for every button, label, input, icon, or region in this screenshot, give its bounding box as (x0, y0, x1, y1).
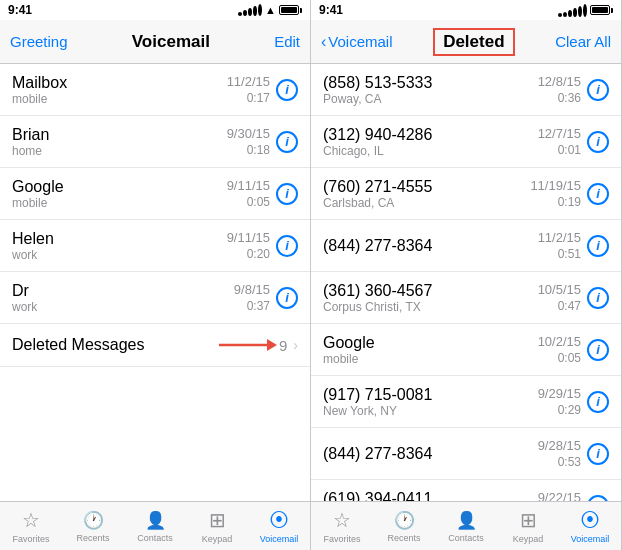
item-date-0: 11/2/15 (227, 74, 270, 89)
item-name-2: Google (12, 178, 227, 196)
deleted-dur-4: 0:47 (558, 299, 581, 313)
deleted-call-0[interactable]: (858) 513-5333 Poway, CA 12/8/15 0:36 i (311, 64, 621, 116)
deleted-date-5: 10/2/15 (538, 334, 581, 349)
left-battery-icon (279, 5, 302, 15)
deleted-location-1: Chicago, IL (323, 144, 538, 158)
deleted-number-8: (619) 394-0411 (323, 490, 538, 502)
edit-button[interactable]: Edit (274, 33, 300, 50)
left-tab-keypad-label: Keypad (202, 534, 233, 544)
deleted-info-icon-1[interactable]: i (587, 131, 609, 153)
info-icon-4[interactable]: i (276, 287, 298, 309)
right-signal-icon (558, 4, 587, 17)
right-nav-bar: ‹ Voicemail Deleted Clear All (311, 20, 621, 64)
deleted-dur-1: 0:01 (558, 143, 581, 157)
deleted-call-3[interactable]: (844) 277-8364 11/2/15 0:51 i (311, 220, 621, 272)
left-tab-keypad[interactable]: ⊞ Keypad (186, 508, 248, 544)
left-tab-voicemail[interactable]: ⦿ Voicemail (248, 509, 310, 544)
deleted-call-4[interactable]: (361) 360-4567 Corpus Christi, TX 10/5/1… (311, 272, 621, 324)
deleted-info-icon-7[interactable]: i (587, 443, 609, 465)
deleted-date-4: 10/5/15 (538, 282, 581, 297)
voicemail-item-3[interactable]: Helen work 9/11/15 0:20 i (0, 220, 310, 272)
info-icon-3[interactable]: i (276, 235, 298, 257)
favorites-icon: ☆ (22, 508, 40, 532)
voicemail-item-4[interactable]: Dr work 9/8/15 0:37 i (0, 272, 310, 324)
greeting-button[interactable]: Greeting (10, 33, 68, 50)
left-status-icons: ▲ (238, 4, 302, 16)
left-tab-contacts[interactable]: 👤 Contacts (124, 510, 186, 543)
deleted-location-0: Poway, CA (323, 92, 538, 106)
deleted-messages-label: Deleted Messages (12, 336, 217, 354)
deleted-call-5[interactable]: Google mobile 10/2/15 0:05 i (311, 324, 621, 376)
deleted-call-2[interactable]: (760) 271-4555 Carlsbad, CA 11/19/15 0:1… (311, 168, 621, 220)
deleted-location-4: Corpus Christi, TX (323, 300, 538, 314)
deleted-call-6[interactable]: (917) 715-0081 New York, NY 9/29/15 0:29… (311, 376, 621, 428)
chevron-right-icon: › (293, 337, 298, 353)
left-wifi-icon: ▲ (265, 4, 276, 16)
deleted-call-1[interactable]: (312) 940-4286 Chicago, IL 12/7/15 0:01 … (311, 116, 621, 168)
deleted-dur-2: 0:19 (558, 195, 581, 209)
right-tab-keypad[interactable]: ⊞ Keypad (497, 508, 559, 544)
item-name-1: Brian (12, 126, 227, 144)
right-contacts-icon: 👤 (456, 510, 477, 531)
deleted-number-5: Google (323, 334, 538, 352)
left-status-bar: 9:41 ▲ (0, 0, 310, 20)
left-panel: 9:41 ▲ Greeting Voicemail Edit Mailbox (0, 0, 311, 550)
info-icon-0[interactable]: i (276, 79, 298, 101)
right-tab-recents[interactable]: 🕐 Recents (373, 510, 435, 543)
deleted-date-2: 11/19/15 (530, 178, 581, 193)
deleted-info-icon-0[interactable]: i (587, 79, 609, 101)
deleted-info-icon-6[interactable]: i (587, 391, 609, 413)
left-tab-favorites[interactable]: ☆ Favorites (0, 508, 62, 544)
deleted-dur-0: 0:36 (558, 91, 581, 105)
deleted-calls-list: (858) 513-5333 Poway, CA 12/8/15 0:36 i … (311, 64, 621, 501)
deleted-info-icon-3[interactable]: i (587, 235, 609, 257)
right-tab-voicemail[interactable]: ⦿ Voicemail (559, 509, 621, 544)
left-tab-voicemail-label: Voicemail (260, 534, 299, 544)
info-icon-2[interactable]: i (276, 183, 298, 205)
right-tab-bar: ☆ Favorites 🕐 Recents 👤 Contacts ⊞ Keypa… (311, 501, 621, 550)
left-tab-favorites-label: Favorites (12, 534, 49, 544)
right-tab-favorites[interactable]: ☆ Favorites (311, 508, 373, 544)
deleted-number-2: (760) 271-4555 (323, 178, 530, 196)
red-arrow-icon (217, 336, 277, 354)
left-tab-contacts-label: Contacts (137, 533, 173, 543)
voicemail-item-1[interactable]: Brian home 9/30/15 0:18 i (0, 116, 310, 168)
item-name-3: Helen (12, 230, 227, 248)
keypad-icon: ⊞ (209, 508, 226, 532)
left-nav-bar: Greeting Voicemail Edit (0, 20, 310, 64)
right-tab-voicemail-label: Voicemail (571, 534, 610, 544)
deleted-number-1: (312) 940-4286 (323, 126, 538, 144)
left-tab-recents[interactable]: 🕐 Recents (62, 510, 124, 543)
deleted-number-6: (917) 715-0081 (323, 386, 538, 404)
contacts-icon: 👤 (145, 510, 166, 531)
item-dur-4: 0:37 (247, 299, 270, 313)
info-icon-1[interactable]: i (276, 131, 298, 153)
item-dur-0: 0:17 (247, 91, 270, 105)
right-nav-title: Deleted (433, 28, 514, 56)
voicemail-item-2[interactable]: Google mobile 9/11/15 0:05 i (0, 168, 310, 220)
left-tab-recents-label: Recents (76, 533, 109, 543)
voicemail-item-0[interactable]: Mailbox mobile 11/2/15 0:17 i (0, 64, 310, 116)
voicemail-back-button[interactable]: ‹ Voicemail (321, 33, 393, 51)
voicemail-tab-icon: ⦿ (269, 509, 289, 532)
deleted-info-icon-2[interactable]: i (587, 183, 609, 205)
deleted-messages-row[interactable]: Deleted Messages 9 › (0, 324, 310, 367)
deleted-call-8[interactable]: (619) 394-0411 San Diego:San Diego DA, C… (311, 480, 621, 501)
item-sub-1: home (12, 144, 227, 158)
right-tab-contacts[interactable]: 👤 Contacts (435, 510, 497, 543)
deleted-dur-5: 0:05 (558, 351, 581, 365)
deleted-info-icon-4[interactable]: i (587, 287, 609, 309)
deleted-number-0: (858) 513-5333 (323, 74, 538, 92)
clear-all-button[interactable]: Clear All (555, 33, 611, 50)
right-panel: 9:41 ‹ Voicemail Deleted Clear All (311, 0, 622, 550)
deleted-location-5: mobile (323, 352, 538, 366)
deleted-dur-7: 0:53 (558, 455, 581, 469)
voicemail-list: Mailbox mobile 11/2/15 0:17 i Brian home… (0, 64, 310, 501)
deleted-count: 9 (279, 337, 287, 354)
item-date-1: 9/30/15 (227, 126, 270, 141)
deleted-info-icon-5[interactable]: i (587, 339, 609, 361)
deleted-call-7[interactable]: (844) 277-8364 9/28/15 0:53 i (311, 428, 621, 480)
item-date-4: 9/8/15 (234, 282, 270, 297)
svg-marker-1 (267, 339, 277, 351)
right-battery-icon (590, 5, 613, 15)
